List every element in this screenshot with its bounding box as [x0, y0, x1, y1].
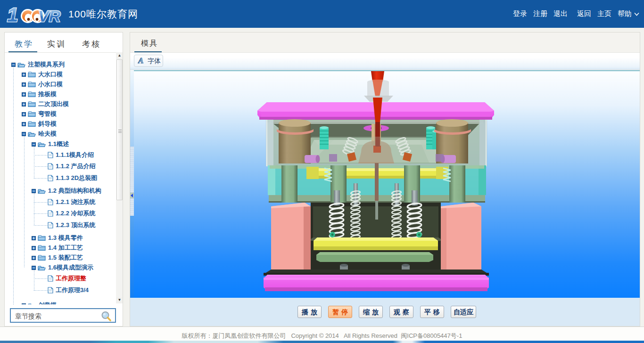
- svg-text:A: A: [138, 57, 143, 65]
- svg-text:1: 1: [7, 4, 18, 24]
- svg-text:VR: VR: [38, 7, 61, 24]
